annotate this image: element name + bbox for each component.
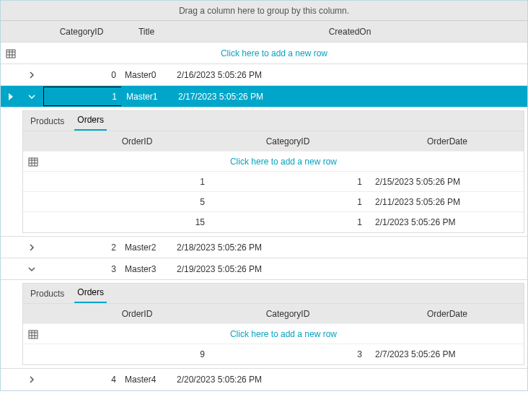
cell-title[interactable]: Master0: [120, 64, 172, 85]
detail-panel: Products Orders OrderID CategoryID Order…: [1, 108, 527, 237]
cell-createdon[interactable]: 2/20/2023 5:05:26 PM: [172, 369, 527, 390]
nested-data-row[interactable]: 15 1 2/1/2023 5:05:26 PM: [23, 212, 524, 232]
cell-orderdate[interactable]: 2/11/2023 5:05:26 PM: [366, 192, 524, 211]
column-header-categoryid[interactable]: CategoryID: [209, 304, 366, 323]
column-header-createdon[interactable]: CreatedOn: [172, 21, 527, 42]
cell-categoryid[interactable]: 1: [209, 172, 366, 191]
cell-createdon[interactable]: 2/17/2023 5:05:26 PM: [174, 86, 527, 107]
data-row[interactable]: 2 Master2 2/18/2023 5:05:26 PM: [1, 237, 527, 258]
nested-data-row[interactable]: 1 1 2/15/2023 5:05:26 PM: [23, 172, 524, 192]
detail-tabs: Products Orders: [23, 284, 524, 304]
cell-orderid[interactable]: 15: [65, 212, 209, 232]
nested-data-row[interactable]: 9 3 2/7/2023 5:05:26 PM: [23, 344, 524, 364]
detail-tabs: Products Orders: [23, 111, 524, 131]
cell-categoryid[interactable]: 2: [43, 237, 120, 258]
data-row[interactable]: 4 Master4 2/20/2023 5:05:26 PM: [1, 369, 527, 390]
grid-header: CategoryID Title CreatedOn: [1, 21, 527, 43]
cell-orderdate[interactable]: 2/7/2023 5:05:26 PM: [366, 344, 524, 364]
cell-orderdate[interactable]: 2/1/2023 5:05:26 PM: [366, 212, 524, 232]
calendar-grid-icon: [23, 324, 43, 344]
column-header-categoryid[interactable]: CategoryID: [209, 131, 366, 151]
expand-button[interactable]: [21, 369, 43, 390]
column-header-orderdate[interactable]: OrderDate: [366, 304, 524, 323]
add-new-row-label: Click here to add a new row: [43, 324, 524, 344]
cell-categoryid[interactable]: 3: [43, 258, 120, 279]
svg-rect-0: [6, 50, 15, 58]
cell-categoryid[interactable]: 4: [43, 369, 120, 390]
cell-title[interactable]: Master1: [122, 86, 174, 107]
column-header-categoryid[interactable]: CategoryID: [43, 21, 120, 42]
nested-add-row[interactable]: Click here to add a new row: [23, 324, 524, 344]
cell-categoryid[interactable]: 0: [43, 64, 120, 85]
cell-title[interactable]: Master4: [120, 369, 172, 390]
cell-categoryid[interactable]: 1: [209, 192, 366, 211]
cell-orderdate[interactable]: 2/15/2023 5:05:26 PM: [366, 172, 524, 191]
cell-createdon[interactable]: 2/16/2023 5:05:26 PM: [172, 64, 527, 85]
data-grid: Drag a column here to group by this colu…: [0, 0, 528, 391]
row-indicator: [1, 64, 21, 85]
expand-button[interactable]: [21, 237, 43, 258]
group-by-panel[interactable]: Drag a column here to group by this colu…: [1, 1, 527, 21]
cell-orderid[interactable]: 5: [65, 192, 209, 211]
nested-add-row[interactable]: Click here to add a new row: [23, 152, 524, 172]
calendar-grid-icon: [1, 43, 21, 64]
add-new-row[interactable]: Click here to add a new row: [1, 43, 527, 64]
cell-createdon[interactable]: 2/19/2023 5:05:26 PM: [172, 258, 527, 279]
collapse-button[interactable]: [21, 258, 43, 279]
data-row[interactable]: 3 Master3 2/19/2023 5:05:26 PM: [1, 258, 527, 280]
expander-header: [21, 21, 43, 42]
cell-createdon[interactable]: 2/18/2023 5:05:26 PM: [172, 237, 527, 258]
tab-products[interactable]: Products: [27, 286, 67, 303]
nested-header: OrderID CategoryID OrderDate: [23, 304, 524, 324]
collapse-button[interactable]: [21, 86, 43, 107]
column-header-orderid[interactable]: OrderID: [65, 131, 209, 151]
column-header-orderdate[interactable]: OrderDate: [366, 131, 524, 151]
cell-orderid[interactable]: 9: [65, 344, 209, 364]
data-row-selected[interactable]: 1 Master1 2/17/2023 5:05:26 PM: [1, 86, 527, 108]
cell-title[interactable]: Master3: [120, 258, 172, 279]
cell-categoryid[interactable]: 1: [209, 212, 366, 232]
tab-orders[interactable]: Orders: [74, 284, 107, 303]
svg-rect-10: [29, 331, 38, 338]
column-header-title[interactable]: Title: [120, 21, 172, 42]
tab-orders[interactable]: Orders: [74, 112, 107, 131]
nested-grid: Products Orders OrderID CategoryID Order…: [22, 283, 524, 365]
calendar-grid-icon: [23, 152, 43, 171]
nested-grid: Products Orders OrderID CategoryID Order…: [22, 110, 524, 233]
nested-data-row[interactable]: 5 1 2/11/2023 5:05:26 PM: [23, 192, 524, 212]
svg-rect-5: [29, 158, 38, 166]
row-indicator-header: [1, 21, 21, 42]
add-new-row-label: Click here to add a new row: [21, 43, 527, 64]
current-row-indicator-icon: [1, 86, 21, 107]
column-header-orderid[interactable]: OrderID: [65, 304, 209, 323]
data-row[interactable]: 0 Master0 2/16/2023 5:05:26 PM: [1, 64, 527, 86]
cell-categoryid[interactable]: 3: [209, 344, 366, 364]
cell-title[interactable]: Master2: [120, 237, 172, 258]
nested-header: OrderID CategoryID OrderDate: [23, 131, 524, 152]
add-new-row-label: Click here to add a new row: [43, 152, 524, 171]
cell-categoryid-focused[interactable]: 1: [43, 87, 121, 106]
expand-button[interactable]: [21, 64, 43, 85]
cell-orderid[interactable]: 1: [65, 172, 209, 191]
detail-panel: Products Orders OrderID CategoryID Order…: [1, 280, 527, 369]
tab-products[interactable]: Products: [27, 113, 67, 131]
